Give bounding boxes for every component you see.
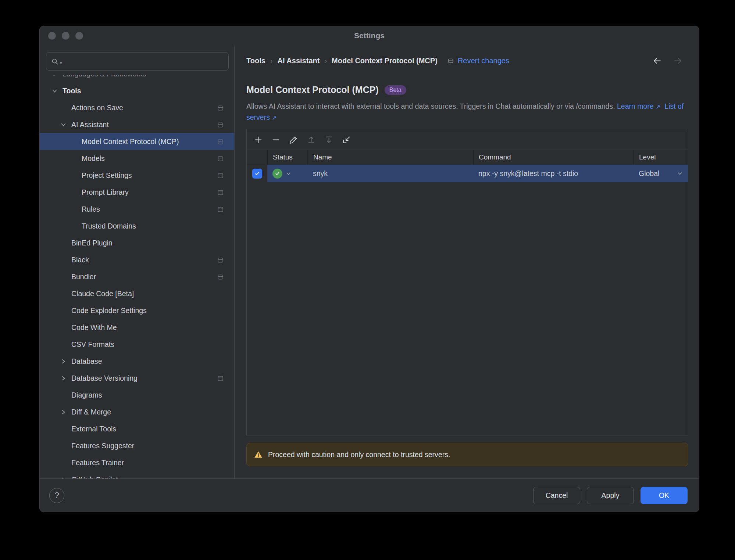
chevron-icon[interactable] xyxy=(51,88,63,94)
page-title: Model Context Protocol (MCP) xyxy=(246,85,379,95)
sidebar-item-diff-merge[interactable]: Diff & Merge xyxy=(40,403,234,420)
cancel-button[interactable]: Cancel xyxy=(533,487,580,504)
sidebar-item-label: Features Trainer xyxy=(71,459,124,467)
sidebar-item-models[interactable]: Models xyxy=(40,150,234,167)
breadcrumb-tools[interactable]: Tools xyxy=(246,57,265,65)
chevron-icon[interactable] xyxy=(60,477,71,479)
export-icon[interactable] xyxy=(303,132,320,148)
remove-icon[interactable] xyxy=(267,132,284,148)
sidebar-item-tools[interactable]: Tools xyxy=(40,82,234,99)
header-checkbox-column xyxy=(247,150,267,164)
sidebar-item-database[interactable]: Database xyxy=(40,353,234,370)
chevron-icon[interactable] xyxy=(60,122,71,128)
sidebar-item-label: Bundler xyxy=(71,273,96,281)
sidebar-item-label: Claude Code [Beta] xyxy=(71,290,134,298)
sidebar-item-label: Black xyxy=(71,256,89,264)
mcp-servers-table: Status Name Command Level snyk npx -y sn… xyxy=(246,130,688,435)
header-level[interactable]: Level xyxy=(634,150,688,164)
status-ok-icon xyxy=(272,169,282,179)
sidebar-item-black[interactable]: Black xyxy=(40,251,234,268)
sidebar-item-label: Diff & Merge xyxy=(71,408,111,416)
forward-button[interactable] xyxy=(672,55,683,66)
minimize-button[interactable] xyxy=(62,32,69,40)
table-row[interactable]: snyk npx -y snyk@latest mcp -t stdio Glo… xyxy=(247,165,688,182)
sidebar-item-label: Languages & Frameworks xyxy=(63,75,146,78)
sidebar-item-label: BinEd Plugin xyxy=(71,239,113,247)
sidebar-item-external-tools[interactable]: External Tools xyxy=(40,420,234,437)
sidebar-item-label: Rules xyxy=(82,205,100,213)
header-status[interactable]: Status xyxy=(267,150,307,164)
learn-more-link[interactable]: Learn more xyxy=(617,102,654,110)
sidebar-item-diagrams[interactable]: Diagrams xyxy=(40,387,234,403)
sidebar-item-code-with-me[interactable]: Code With Me xyxy=(40,319,234,336)
close-button[interactable] xyxy=(48,32,56,40)
sidebar-item-label: Database Versioning xyxy=(71,374,138,383)
modified-indicator-icon xyxy=(217,172,224,179)
row-level-cell[interactable]: Global xyxy=(634,165,688,182)
breadcrumb-mcp[interactable]: Model Context Protocol (MCP) xyxy=(332,57,438,65)
level-dropdown-icon[interactable] xyxy=(677,170,683,176)
sidebar-item-model-context-protocol-mcp[interactable]: Model Context Protocol (MCP) xyxy=(40,133,234,150)
import-icon[interactable] xyxy=(320,132,337,148)
sidebar-item-github-copilot[interactable]: GitHub Copilot xyxy=(40,471,234,478)
search-filter-caret-icon[interactable]: ▾ xyxy=(60,61,62,65)
search-input[interactable] xyxy=(63,57,224,65)
server-name: snyk xyxy=(313,169,328,178)
sidebar-item-label: Actions on Save xyxy=(71,104,123,112)
header-command[interactable]: Command xyxy=(473,150,634,164)
sidebar-item-actions-on-save[interactable]: Actions on Save xyxy=(40,99,234,116)
revert-changes-button[interactable]: Revert changes xyxy=(447,57,509,65)
sidebar-item-rules[interactable]: Rules xyxy=(40,201,234,218)
sidebar-item-prompt-library[interactable]: Prompt Library xyxy=(40,184,234,201)
sidebar-item-label: Model Context Protocol (MCP) xyxy=(82,137,179,146)
modified-indicator-icon xyxy=(217,189,224,195)
sidebar-item-database-versioning[interactable]: Database Versioning xyxy=(40,370,234,387)
external-link-icon: ↗ xyxy=(272,115,276,121)
sidebar-item-claude-code-beta[interactable]: Claude Code [Beta] xyxy=(40,285,234,302)
zoom-button[interactable] xyxy=(75,32,83,40)
chevron-icon[interactable] xyxy=(60,409,71,415)
page-description: Allows AI Assistant to interact with ext… xyxy=(246,101,684,123)
sidebar-item-bundler[interactable]: Bundler xyxy=(40,268,234,285)
sidebar-item-languages-frameworks[interactable]: Languages & Frameworks xyxy=(40,75,234,82)
status-dropdown-icon[interactable] xyxy=(286,171,291,176)
search-field[interactable]: ▾ xyxy=(46,52,229,71)
back-button[interactable] xyxy=(652,55,663,66)
modified-indicator-icon xyxy=(217,139,224,145)
modified-indicator-icon xyxy=(217,105,224,111)
modified-indicator-icon xyxy=(217,274,224,280)
chevron-icon[interactable] xyxy=(51,75,63,77)
modified-indicator-icon xyxy=(217,206,224,212)
table-toolbar xyxy=(247,130,688,150)
chevron-icon[interactable] xyxy=(60,375,71,381)
import-from-file-icon[interactable] xyxy=(338,132,355,148)
sidebar-item-project-settings[interactable]: Project Settings xyxy=(40,167,234,184)
window-controls xyxy=(48,32,83,40)
sidebar-item-trusted-domains[interactable]: Trusted Domains xyxy=(40,218,234,234)
sidebar-item-label: AI Assistant xyxy=(71,121,109,129)
edit-icon[interactable] xyxy=(285,132,302,148)
sidebar-item-csv-formats[interactable]: CSV Formats xyxy=(40,336,234,353)
sidebar-item-ai-assistant[interactable]: AI Assistant xyxy=(40,116,234,133)
help-button[interactable]: ? xyxy=(49,488,64,503)
sidebar-item-features-suggester[interactable]: Features Suggester xyxy=(40,437,234,454)
sidebar-item-features-trainer[interactable]: Features Trainer xyxy=(40,454,234,471)
settings-window: Settings ▾ Languages & Frameworks Tools xyxy=(39,26,699,512)
sidebar-item-bined-plugin[interactable]: BinEd Plugin xyxy=(40,234,234,251)
apply-button[interactable]: Apply xyxy=(587,487,634,504)
add-icon[interactable] xyxy=(250,132,267,148)
modified-indicator-icon xyxy=(447,57,454,64)
question-mark-icon: ? xyxy=(54,491,59,500)
breadcrumb-ai-assistant[interactable]: AI Assistant xyxy=(278,57,320,65)
ok-button[interactable]: OK xyxy=(641,487,688,504)
header-name[interactable]: Name xyxy=(307,150,473,164)
sidebar-item-code-exploder-settings[interactable]: Code Exploder Settings xyxy=(40,302,234,319)
chevron-icon[interactable] xyxy=(60,358,71,365)
external-link-icon: ↗ xyxy=(656,104,660,110)
server-command: npx -y snyk@latest mcp -t stdio xyxy=(478,169,578,178)
row-checkbox[interactable] xyxy=(252,169,262,179)
row-status-cell xyxy=(267,165,307,182)
row-checkbox-cell xyxy=(247,165,267,182)
warning-banner: Proceed with caution and only connect to… xyxy=(246,443,688,466)
breadcrumb-separator-icon: › xyxy=(265,57,278,65)
